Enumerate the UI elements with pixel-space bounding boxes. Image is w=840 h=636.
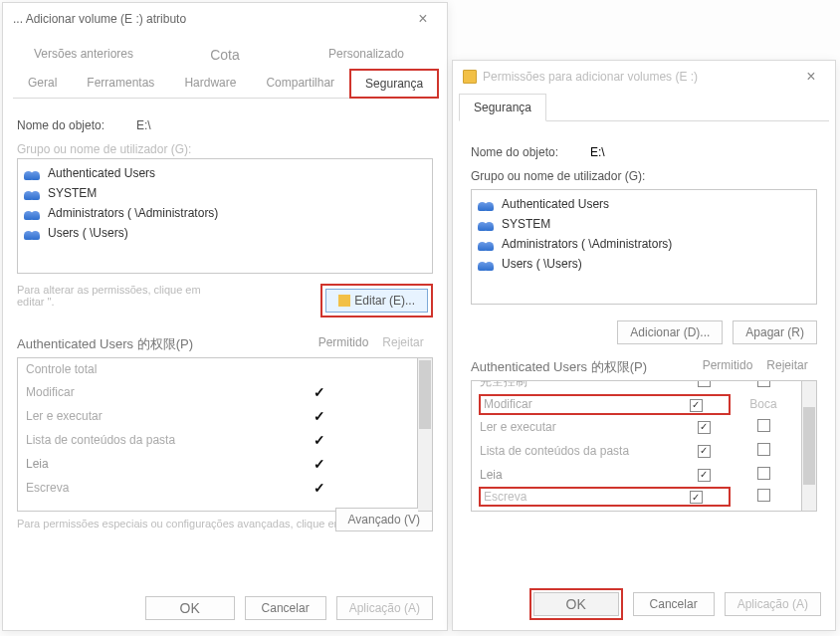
- tabs: Versões anteriores Cota Personalizado Ge…: [13, 39, 437, 99]
- tab-hardware[interactable]: Hardware: [169, 69, 251, 99]
- object-name-value: E:\: [136, 118, 151, 132]
- permission-row: Leia: [472, 463, 801, 487]
- user-item[interactable]: Users ( \Users): [22, 223, 428, 243]
- close-icon[interactable]: ×: [797, 63, 825, 91]
- allow-mark: ✓: [290, 384, 349, 400]
- user-item[interactable]: Administrators ( \Administrators): [476, 234, 812, 254]
- users-listbox[interactable]: Authenticated UsersSYSTEMAdministrators …: [17, 158, 433, 274]
- add-button[interactable]: Adicionar (D)...: [617, 320, 723, 344]
- allow-checkbox[interactable]: [674, 419, 734, 434]
- cancel-button[interactable]: Cancelar: [633, 592, 715, 616]
- edit-button-label: Editar (E)...: [354, 294, 415, 308]
- allow-checkbox[interactable]: [674, 443, 734, 458]
- users-listbox[interactable]: Authenticated UsersSYSTEMAdministrators …: [471, 189, 817, 305]
- cancel-button[interactable]: Cancelar: [245, 596, 326, 620]
- col-deny: Rejeitar: [373, 335, 433, 353]
- permission-row: Escreva✓: [18, 476, 417, 500]
- user-label: SYSTEM: [48, 186, 97, 200]
- allow-mark: ✓: [290, 456, 349, 472]
- users-icon: [24, 226, 42, 240]
- permission-row: Leia✓: [18, 452, 417, 476]
- tab-custom[interactable]: Personalizado: [296, 40, 437, 69]
- user-item[interactable]: Authenticated Users: [22, 163, 428, 183]
- allow-checkbox[interactable]: [666, 490, 726, 505]
- titlebar: Permissões para adicionar volumes (E :) …: [453, 61, 835, 93]
- users-icon: [24, 186, 42, 200]
- permission-label: Leia: [26, 457, 290, 471]
- users-icon: [478, 217, 496, 231]
- dialog-title: ... Adicionar volume (E :) atributo: [13, 12, 409, 26]
- edit-button[interactable]: Editar (E)...: [325, 289, 428, 313]
- permission-label: Escreva: [26, 481, 290, 495]
- user-item[interactable]: SYSTEM: [476, 214, 812, 234]
- tab-general[interactable]: Geral: [13, 69, 72, 99]
- ok-button[interactable]: OK: [533, 592, 619, 616]
- permission-label: Ler e executar: [26, 409, 290, 423]
- apply-button[interactable]: Aplicação (A): [336, 596, 433, 620]
- scrollbar[interactable]: [802, 380, 817, 512]
- tab-tools[interactable]: Ferramentas: [72, 69, 169, 99]
- deny-checkbox[interactable]: [734, 489, 793, 505]
- permission-label: Ler e executar: [480, 420, 674, 434]
- col-deny: Rejeitar: [757, 358, 817, 376]
- permission-row: Modificar✓: [18, 380, 417, 404]
- object-name-value: E:\: [590, 145, 605, 159]
- close-icon[interactable]: ×: [409, 5, 437, 33]
- permissions-list: Controle totalModificar✓Ler e executar✓L…: [17, 357, 418, 512]
- allow-checkbox[interactable]: [674, 467, 734, 482]
- permission-row: Ler e executar: [472, 415, 801, 439]
- permission-label: Leia: [480, 468, 674, 482]
- allow-mark: ✓: [290, 480, 349, 496]
- dialog-buttons: OK Cancelar Aplicação (A): [453, 578, 835, 630]
- titlebar: ... Adicionar volume (E :) atributo ×: [3, 3, 447, 35]
- permission-label: Controle total: [26, 362, 290, 376]
- permissions-list: 完全控制ModificarBocaLer e executarLista de …: [471, 380, 802, 512]
- deny-checkbox[interactable]: [734, 419, 793, 435]
- ok-button[interactable]: OK: [145, 596, 235, 620]
- dialog-title: Permissões para adicionar volumes (E :): [483, 70, 797, 84]
- user-label: Authenticated Users: [48, 166, 155, 180]
- group-label: Grupo ou nome de utilizador (G):: [471, 169, 817, 183]
- user-label: SYSTEM: [502, 217, 550, 231]
- dialog-buttons: OK Cancelar Aplicação (A): [3, 586, 447, 630]
- permission-row: ModificarBoca: [472, 394, 801, 415]
- shield-icon: [338, 295, 350, 307]
- permission-row: Lista de conteúdos da pasta: [472, 439, 801, 463]
- scrollbar[interactable]: [418, 357, 433, 512]
- deny-checkbox[interactable]: [734, 443, 793, 459]
- edit-highlight: Editar (E)...: [320, 284, 433, 318]
- user-item[interactable]: SYSTEM: [22, 183, 428, 203]
- tab-quota[interactable]: Cota: [154, 40, 296, 69]
- security-panel: Nome do objeto: E:\ Grupo ou nome de uti…: [3, 99, 447, 541]
- allow-mark: ✓: [290, 408, 349, 424]
- user-item[interactable]: Authenticated Users: [476, 194, 812, 214]
- user-item[interactable]: Users ( \Users): [476, 254, 812, 274]
- tab-security[interactable]: Segurança: [349, 69, 439, 99]
- tab-sharing[interactable]: Compartilhar: [251, 69, 349, 99]
- allow-checkbox[interactable]: [674, 380, 734, 390]
- properties-dialog: ... Adicionar volume (E :) atributo × Ve…: [2, 2, 448, 631]
- remove-button[interactable]: Apagar (R): [733, 320, 817, 344]
- tab-previous-versions[interactable]: Versões anteriores: [13, 40, 154, 69]
- user-label: Users ( \Users): [48, 226, 128, 240]
- deny-checkbox[interactable]: [734, 380, 793, 390]
- object-name-label: Nome do objeto:: [17, 118, 136, 132]
- permission-label: Lista de conteúdos da pasta: [26, 433, 290, 447]
- user-label: Administrators ( \Administrators): [502, 237, 672, 251]
- permission-row: Lista de conteúdos da pasta✓: [18, 428, 417, 452]
- users-icon: [478, 237, 496, 251]
- tab-security[interactable]: Segurança: [459, 94, 546, 121]
- deny-text: Boca: [734, 397, 793, 411]
- deny-checkbox[interactable]: [734, 467, 793, 483]
- col-allow: Permitido: [698, 358, 757, 376]
- permissions-header: Authenticated Users 的权限(P): [471, 358, 698, 376]
- object-name-label: Nome do objeto:: [471, 145, 590, 159]
- user-label: Administrators ( \Administrators): [48, 206, 218, 220]
- ok-highlight: OK: [529, 588, 623, 620]
- user-item[interactable]: Administrators ( \Administrators): [22, 203, 428, 223]
- users-icon: [24, 206, 42, 220]
- allow-checkbox[interactable]: [666, 397, 726, 412]
- permissions-header: Authenticated Users 的权限(P): [17, 335, 314, 353]
- apply-button[interactable]: Aplicação (A): [725, 592, 821, 616]
- user-label: Authenticated Users: [502, 197, 609, 211]
